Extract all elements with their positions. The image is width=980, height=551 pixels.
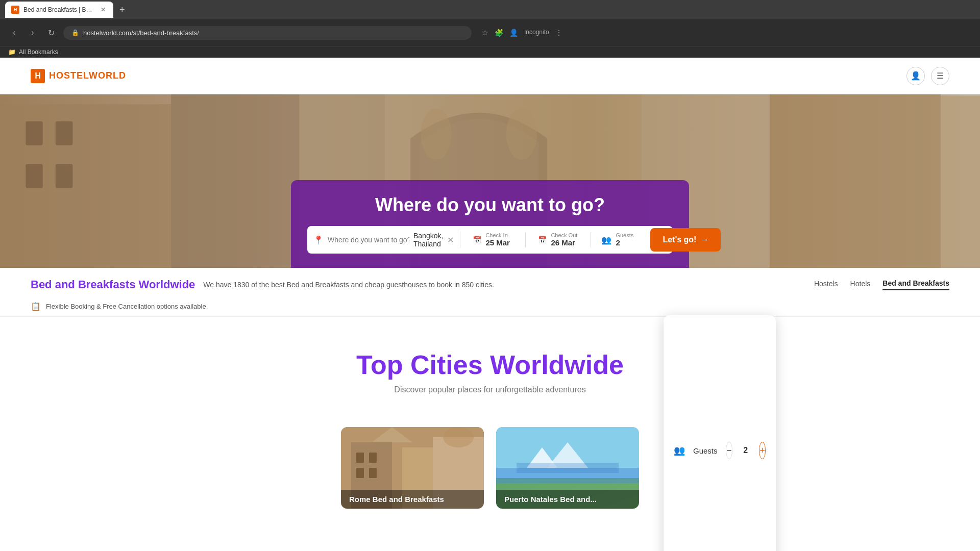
property-tabs: Hostels Hotels Bed and Breakfasts	[814, 279, 949, 290]
forward-button[interactable]: ›	[27, 28, 39, 37]
svg-rect-17	[356, 468, 364, 478]
logo-text: HOSTELWORLD	[49, 70, 126, 81]
checkout-section[interactable]: 📅 Check Out 26 Mar	[530, 232, 591, 247]
guests-icon: 👥	[601, 235, 611, 245]
checkin-section[interactable]: 📅 Check In 25 Mar	[464, 232, 526, 247]
guests-label: Guests	[616, 232, 633, 238]
svg-rect-15	[356, 453, 364, 463]
lets-go-label: Let's go!	[663, 235, 696, 244]
city-card-rome-label: Rome Bed and Breakfasts	[341, 490, 484, 509]
account-button[interactable]: 👤	[906, 67, 925, 85]
svg-rect-18	[369, 468, 377, 478]
url-text: hostelworld.com/st/bed-and-breakfasts/	[83, 29, 199, 37]
logo-box: H	[31, 69, 45, 83]
page-content: H HOSTELWORLD 👤 ☰	[0, 58, 980, 521]
section-title: Bed and Breakfasts Worldwide	[31, 278, 195, 291]
city-card-puerto[interactable]: Puerto Natales Bed and...	[496, 427, 639, 509]
header-actions: 👤 ☰	[906, 67, 949, 85]
decrease-guests-button[interactable]: −	[726, 442, 732, 459]
city-card-puerto-label: Puerto Natales Bed and...	[496, 490, 639, 509]
hero-title: Where do you want to go?	[307, 194, 673, 216]
top-cities-section: Top Cities Worldwide Discover popular pl…	[0, 319, 980, 415]
checkout-label: Check Out	[551, 232, 577, 238]
incognito-label: Incognito	[524, 29, 549, 37]
address-bar[interactable]: 🔒 hostelworld.com/st/bed-and-breakfasts/	[63, 26, 472, 40]
bookmarks-folder-icon: 📁	[8, 48, 16, 56]
bookmarks-bar: 📁 All Bookmarks	[0, 46, 980, 58]
more-menu-icon[interactable]: ⋮	[555, 29, 562, 37]
browser-chrome: H Bed and Breakfasts | Book Che... ✕ + ‹…	[0, 0, 980, 46]
extensions-icon[interactable]: 🧩	[495, 29, 503, 37]
destination-value: Bangkok, Thailand	[413, 232, 443, 248]
browser-controls: ‹ › ↻ 🔒 hostelworld.com/st/bed-and-break…	[0, 19, 980, 46]
svg-point-21	[443, 427, 474, 447]
guests-dropdown-count: 2	[741, 446, 751, 455]
guests-value: 2	[616, 238, 620, 247]
tab-hostels[interactable]: Hostels	[814, 280, 838, 290]
site-logo[interactable]: H HOSTELWORLD	[31, 69, 126, 83]
increase-guests-button[interactable]: +	[759, 442, 766, 459]
menu-button[interactable]: ☰	[931, 67, 949, 85]
tab-title: Bed and Breakfasts | Book Che...	[23, 6, 95, 13]
section-description: We have 1830 of the best Bed and Breakfa…	[203, 281, 494, 289]
flexible-bar: 📋 Flexible Booking & Free Cancellation o…	[0, 296, 980, 317]
back-button[interactable]: ‹	[8, 28, 20, 37]
flexible-icon: 📋	[31, 302, 41, 311]
browser-tabs: H Bed and Breakfasts | Book Che... ✕ +	[0, 0, 980, 19]
top-cities-title: Top Cities Worldwide	[31, 349, 949, 380]
checkout-calendar-icon: 📅	[538, 236, 547, 244]
lets-go-button[interactable]: Let's go! →	[650, 228, 721, 252]
guests-section[interactable]: 👥 Guests 2	[595, 232, 646, 247]
guests-dropdown-icon: 👥	[674, 445, 685, 456]
section-title-group: Bed and Breakfasts Worldwide We have 183…	[31, 278, 494, 291]
checkin-calendar-icon: 📅	[473, 236, 481, 244]
guests-dropdown: 👥 Guests − 2 +	[664, 315, 776, 551]
guests-dropdown-label: Guests	[693, 446, 718, 455]
arrow-icon: →	[700, 235, 708, 244]
clear-destination-button[interactable]: ✕	[447, 235, 454, 245]
top-cities-title-colored: Worldwide	[490, 350, 624, 380]
svg-rect-27	[517, 463, 619, 473]
destination-input[interactable]	[328, 236, 409, 244]
pin-icon: 📍	[313, 235, 324, 245]
city-card-rome[interactable]: Rome Bed and Breakfasts	[341, 427, 484, 509]
new-tab-button[interactable]: +	[115, 5, 129, 15]
checkin-label: Check In	[485, 232, 510, 238]
browser-actions: ☆ 🧩 👤 Incognito ⋮	[482, 29, 562, 37]
svg-rect-16	[369, 453, 377, 463]
active-tab[interactable]: H Bed and Breakfasts | Book Che... ✕	[5, 2, 113, 18]
destination-section: 📍 Bangkok, Thailand ✕	[313, 232, 460, 248]
bookmarks-label[interactable]: All Bookmarks	[19, 48, 58, 56]
flexible-text: Flexible Booking & Free Cancellation opt…	[46, 303, 208, 310]
reload-button[interactable]: ↻	[45, 28, 57, 38]
tab-close-button[interactable]: ✕	[99, 6, 107, 14]
search-bar: 📍 Bangkok, Thailand ✕ 📅 Check In 25 Mar …	[307, 226, 673, 254]
checkin-value: 25 Mar	[485, 238, 510, 247]
section-intro: Bed and Breakfasts Worldwide We have 183…	[0, 268, 980, 296]
bookmark-icon[interactable]: ☆	[482, 29, 488, 37]
checkout-value: 26 Mar	[551, 238, 575, 247]
tab-bed-and-breakfasts[interactable]: Bed and Breakfasts	[883, 279, 949, 290]
hero-search-card: Where do you want to go? 📍 Bangkok, Thai…	[291, 180, 689, 268]
profile-icon[interactable]: 👤	[509, 29, 518, 37]
tab-hotels[interactable]: Hotels	[850, 280, 871, 290]
section-title-colored: Worldwide	[139, 278, 195, 291]
lock-icon: 🔒	[71, 29, 79, 36]
top-cities-description: Discover popular places for unforgettabl…	[31, 385, 949, 394]
site-header: H HOSTELWORLD 👤 ☰	[0, 58, 980, 94]
tab-favicon: H	[11, 6, 19, 14]
hero-section: Where do you want to go? 📍 Bangkok, Thai…	[0, 94, 980, 268]
city-cards: Rome Bed and Breakfasts Puerto Natales B…	[0, 415, 980, 521]
